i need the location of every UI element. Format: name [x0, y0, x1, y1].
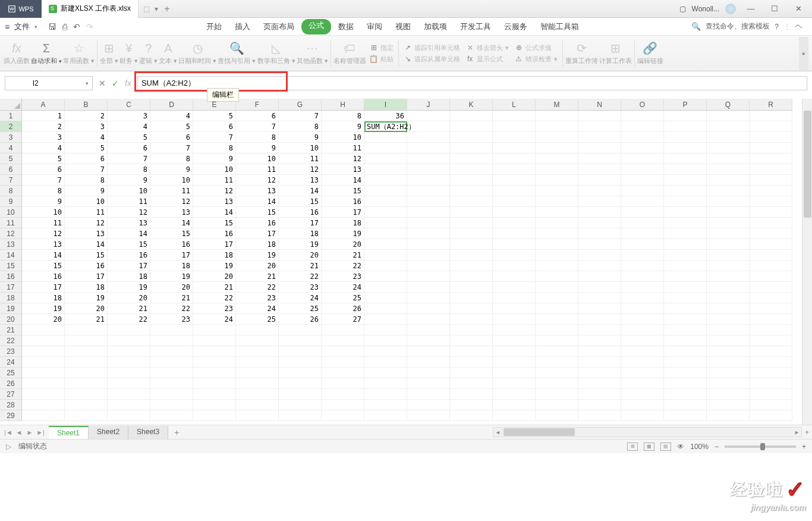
cell-B19[interactable]: 20 [65, 303, 108, 314]
cell-I13[interactable] [364, 239, 407, 250]
cell-P23[interactable] [664, 346, 707, 357]
cell-G21[interactable] [279, 325, 322, 335]
cell-H8[interactable]: 15 [322, 186, 364, 196]
cell-D25[interactable] [150, 368, 193, 378]
cell-A1[interactable]: 1 [22, 111, 65, 121]
cell-D13[interactable]: 16 [150, 239, 193, 250]
cell-F25[interactable] [236, 368, 279, 378]
cell-K27[interactable] [450, 389, 493, 400]
cell-G29[interactable] [279, 410, 322, 421]
cell-G26[interactable] [279, 378, 322, 389]
cell-J3[interactable] [407, 132, 450, 143]
cell-L9[interactable] [493, 196, 536, 207]
cell-L22[interactable] [493, 335, 536, 346]
cell-B29[interactable] [65, 410, 108, 421]
cell-I26[interactable] [364, 378, 407, 389]
cell-B1[interactable]: 2 [65, 111, 108, 121]
cell-I15[interactable] [364, 260, 407, 271]
new-tab-button[interactable]: + [158, 4, 176, 14]
row-header-29[interactable]: 29 [0, 410, 22, 421]
cell-R12[interactable] [750, 228, 792, 239]
cell-E17[interactable]: 21 [193, 282, 236, 293]
name-box[interactable]: I2 ▾ [5, 76, 93, 90]
cell-O8[interactable] [621, 186, 664, 196]
cell-C24[interactable] [108, 357, 150, 368]
cell-K18[interactable] [450, 293, 493, 303]
undo-icon[interactable]: ↶ [73, 22, 80, 32]
cell-I22[interactable] [364, 335, 407, 346]
cell-G5[interactable]: 11 [279, 153, 322, 164]
cell-P3[interactable] [664, 132, 707, 143]
cell-L5[interactable] [493, 153, 536, 164]
cell-M8[interactable] [536, 186, 578, 196]
cell-Q16[interactable] [707, 271, 750, 282]
cell-I5[interactable] [364, 153, 407, 164]
cell-C29[interactable] [108, 410, 150, 421]
cell-O29[interactable] [621, 410, 664, 421]
cell-K2[interactable] [450, 121, 493, 132]
tab-last-button[interactable]: ►| [36, 429, 45, 436]
cell-A10[interactable]: 10 [22, 207, 65, 218]
cell-I3[interactable] [364, 132, 407, 143]
cell-C10[interactable]: 12 [108, 207, 150, 218]
cell-O15[interactable] [621, 260, 664, 271]
cell-O4[interactable] [621, 143, 664, 153]
sheet-tab-Sheet1[interactable]: Sheet1 [49, 426, 89, 439]
row-header-14[interactable]: 14 [0, 250, 22, 260]
cell-Q21[interactable] [707, 325, 750, 335]
cell-M16[interactable] [536, 271, 578, 282]
search-input[interactable]: 查找命令、搜索模板 [706, 21, 770, 32]
row-header-23[interactable]: 23 [0, 346, 22, 357]
cell-L24[interactable] [493, 357, 536, 368]
sheet-tab-Sheet2[interactable]: Sheet2 [89, 426, 128, 439]
cell-M21[interactable] [536, 325, 578, 335]
cell-C25[interactable] [108, 368, 150, 378]
cell-K1[interactable] [450, 111, 493, 121]
cell-O17[interactable] [621, 282, 664, 293]
cell-N11[interactable] [578, 218, 621, 228]
cell-E10[interactable]: 14 [193, 207, 236, 218]
cell-M24[interactable] [536, 357, 578, 368]
cell-F9[interactable]: 14 [236, 196, 279, 207]
cell-G2[interactable]: 8 [279, 121, 322, 132]
add-sheet-button[interactable]: + [168, 428, 185, 437]
autosum-button[interactable]: Σ 自动求和 ▾ [31, 42, 62, 65]
cell-C5[interactable]: 7 [108, 153, 150, 164]
cell-I27[interactable] [364, 389, 407, 400]
cell-Q1[interactable] [707, 111, 750, 121]
cell-R29[interactable] [750, 410, 792, 421]
cell-D7[interactable]: 10 [150, 175, 193, 186]
menu-tab-0[interactable]: 开始 [200, 19, 228, 34]
cell-H29[interactable] [322, 410, 364, 421]
cell-A28[interactable] [22, 400, 65, 410]
col-header-I[interactable]: I [364, 99, 407, 111]
cell-L19[interactable] [493, 303, 536, 314]
cell-O6[interactable] [621, 164, 664, 175]
cell-O5[interactable] [621, 153, 664, 164]
cell-N15[interactable] [578, 260, 621, 271]
cell-P22[interactable] [664, 335, 707, 346]
cell-I10[interactable] [364, 207, 407, 218]
cell-R13[interactable] [750, 239, 792, 250]
cell-H24[interactable] [322, 357, 364, 368]
cell-B5[interactable]: 6 [65, 153, 108, 164]
paste-name-button[interactable]: 📋粘贴 [367, 54, 396, 64]
cell-M5[interactable] [536, 153, 578, 164]
cell-R3[interactable] [750, 132, 792, 143]
cell-L15[interactable] [493, 260, 536, 271]
sheet-add-small-button[interactable]: + [802, 428, 812, 437]
cell-K19[interactable] [450, 303, 493, 314]
cell-N4[interactable] [578, 143, 621, 153]
cell-R14[interactable] [750, 250, 792, 260]
cell-A16[interactable]: 16 [22, 271, 65, 282]
cell-G16[interactable]: 22 [279, 271, 322, 282]
cell-A3[interactable]: 3 [22, 132, 65, 143]
cell-P4[interactable] [664, 143, 707, 153]
cell-P1[interactable] [664, 111, 707, 121]
cell-M19[interactable] [536, 303, 578, 314]
row-header-12[interactable]: 12 [0, 228, 22, 239]
cell-B9[interactable]: 10 [65, 196, 108, 207]
cell-N17[interactable] [578, 282, 621, 293]
cell-B7[interactable]: 8 [65, 175, 108, 186]
cell-A13[interactable]: 13 [22, 239, 65, 250]
